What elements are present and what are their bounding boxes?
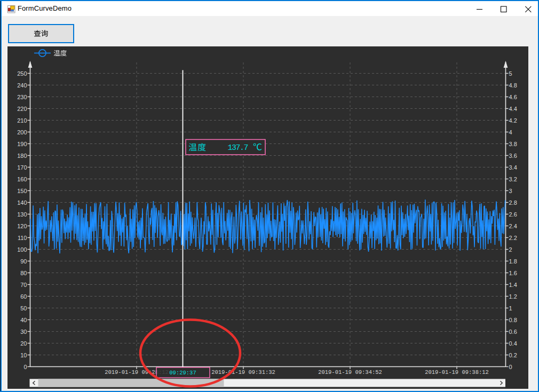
svg-text:5: 5	[509, 70, 512, 77]
svg-text:240: 240	[17, 82, 27, 89]
svg-text:2019-01-19 09:38:12: 2019-01-19 09:38:12	[425, 369, 489, 375]
svg-text:250: 250	[17, 70, 27, 77]
svg-text:220: 220	[17, 106, 27, 112]
svg-text:30: 30	[20, 329, 27, 335]
svg-text:1.8: 1.8	[509, 258, 517, 265]
svg-text:1: 1	[509, 305, 512, 311]
svg-text:70: 70	[20, 282, 27, 288]
svg-text:0: 0	[509, 364, 512, 370]
svg-text:100: 100	[17, 246, 27, 253]
svg-text:4.2: 4.2	[509, 117, 517, 124]
svg-text:230: 230	[17, 94, 27, 100]
svg-text:130: 130	[17, 211, 27, 218]
svg-text:4.6: 4.6	[509, 94, 517, 100]
svg-text:4.8: 4.8	[509, 82, 517, 89]
svg-text:2: 2	[509, 246, 512, 253]
svg-text:0.8: 0.8	[509, 317, 517, 323]
svg-text:2.4: 2.4	[509, 223, 517, 229]
svg-text:0: 0	[23, 364, 27, 370]
svg-text:0.6: 0.6	[509, 329, 517, 335]
svg-text:3.8: 3.8	[509, 141, 517, 147]
svg-text:180: 180	[17, 153, 27, 159]
svg-text:80: 80	[20, 270, 27, 276]
svg-text:40: 40	[20, 317, 27, 323]
svg-text:110: 110	[18, 235, 27, 241]
svg-text:90: 90	[20, 258, 27, 265]
svg-text:2.6: 2.6	[509, 211, 517, 218]
svg-text:2019-01-19 09:31:32: 2019-01-19 09:31:32	[211, 369, 275, 375]
svg-text:60: 60	[20, 293, 27, 300]
svg-text:1.4: 1.4	[509, 282, 517, 288]
svg-text:09:29:37: 09:29:37	[169, 370, 196, 376]
svg-text:3: 3	[509, 188, 512, 194]
svg-text:20: 20	[20, 340, 27, 347]
svg-text:3.2: 3.2	[509, 176, 517, 182]
svg-text:3.6: 3.6	[509, 153, 517, 159]
svg-text:190: 190	[17, 141, 27, 147]
svg-text:3.4: 3.4	[509, 164, 517, 171]
svg-text:1.6: 1.6	[509, 270, 517, 276]
svg-text:1.2: 1.2	[509, 293, 517, 300]
svg-text:120: 120	[17, 223, 27, 229]
svg-text:50: 50	[20, 305, 27, 311]
svg-text:137.7: 137.7	[228, 143, 248, 153]
svg-text:2.2: 2.2	[509, 235, 517, 241]
svg-text:10: 10	[20, 352, 27, 358]
svg-text:0.4: 0.4	[509, 340, 517, 347]
svg-text:2.8: 2.8	[509, 199, 517, 206]
svg-text:4.4: 4.4	[509, 106, 517, 112]
svg-text:200: 200	[17, 129, 27, 135]
svg-text:210: 210	[17, 117, 27, 124]
svg-text:2019-01-19 09:34:52: 2019-01-19 09:34:52	[318, 369, 382, 375]
svg-text:170: 170	[17, 164, 27, 171]
svg-text:140: 140	[17, 199, 27, 206]
svg-text:150: 150	[17, 188, 27, 194]
svg-text:160: 160	[17, 176, 27, 182]
svg-text:0.2: 0.2	[509, 352, 517, 358]
svg-text:4: 4	[509, 129, 512, 135]
